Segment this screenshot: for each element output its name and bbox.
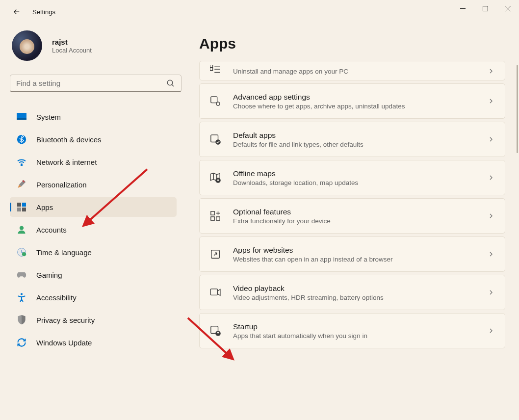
sidebar-item-accessibility[interactable]: Accessibility (10, 288, 177, 307)
avatar (12, 30, 42, 61)
scrollbar[interactable] (517, 65, 518, 153)
sidebar: rajst Local Account System Bluetooth & d… (10, 30, 182, 355)
sidebar-item-personalization[interactable]: Personalization (10, 175, 177, 194)
window-title: Settings (32, 8, 55, 16)
card-startup[interactable]: Startup Apps that start automatically wh… (199, 313, 505, 348)
svg-point-14 (21, 293, 23, 295)
chevron-right-icon (487, 97, 495, 105)
profile-block[interactable]: rajst Local Account (12, 30, 182, 61)
power-up-icon (209, 325, 221, 337)
search-box[interactable] (10, 75, 182, 92)
accessibility-icon (17, 292, 26, 302)
nav-label: Accessibility (36, 293, 77, 302)
svg-rect-3 (17, 118, 26, 120)
card-desc: Video adjustments, HDR streaming, batter… (233, 294, 487, 301)
map-download-icon (209, 172, 221, 184)
nav-label: Bluetooth & devices (36, 135, 102, 144)
search-input[interactable] (16, 79, 166, 87)
svg-point-13 (22, 252, 26, 256)
minimize-button[interactable] (451, 0, 474, 17)
card-desc: Apps that start automatically when you s… (233, 332, 487, 340)
nav-label: Time & language (36, 248, 92, 257)
chevron-right-icon (487, 135, 495, 143)
gamepad-icon (17, 270, 26, 280)
svg-rect-7 (17, 203, 21, 207)
card-apps-for-websites[interactable]: Apps for websites Websites that can open… (199, 236, 505, 272)
close-icon (505, 6, 511, 11)
close-button[interactable] (496, 0, 519, 17)
sidebar-item-windows-update[interactable]: Windows Update (10, 333, 177, 352)
link-out-icon (209, 248, 221, 260)
search-icon (166, 79, 175, 88)
card-desc: Choose where to get apps, archive apps, … (233, 103, 487, 110)
card-title: Advanced app settings (233, 93, 487, 102)
chevron-right-icon (487, 289, 495, 296)
card-offline-maps[interactable]: Offline maps Downloads, storage location… (199, 160, 505, 195)
chevron-right-icon (487, 67, 495, 75)
card-desc: Defaults for file and link types, other … (233, 141, 487, 148)
svg-point-1 (167, 80, 173, 85)
nav-label: System (36, 113, 61, 121)
video-icon (209, 287, 221, 298)
svg-rect-10 (22, 208, 26, 211)
svg-point-5 (21, 164, 22, 165)
sidebar-item-privacy[interactable]: Privacy & security (10, 310, 177, 330)
card-desc: Uninstall and manage apps on your PC (233, 68, 487, 75)
nav-label: Network & internet (36, 158, 97, 166)
nav-label: Privacy & security (36, 316, 95, 324)
sidebar-item-network[interactable]: Network & internet (10, 152, 177, 172)
svg-rect-26 (210, 289, 217, 295)
page-title: Apps (199, 35, 505, 52)
card-installed-apps[interactable]: Uninstall and manage apps on your PC (199, 61, 505, 80)
nav-list: System Bluetooth & devices Network & int… (10, 107, 182, 352)
svg-rect-22 (211, 211, 214, 215)
svg-point-11 (20, 226, 24, 230)
svg-point-18 (216, 102, 220, 105)
maximize-icon (483, 6, 488, 11)
svg-rect-9 (17, 208, 21, 211)
nav-label: Accounts (36, 226, 67, 234)
sidebar-item-apps[interactable]: Apps (10, 197, 177, 217)
nav-label: Gaming (36, 271, 62, 279)
svg-rect-8 (22, 203, 26, 207)
svg-rect-0 (483, 6, 488, 11)
settings-cards: Uninstall and manage apps on your PC Adv… (199, 61, 505, 348)
card-title: Apps for websites (233, 246, 487, 255)
card-title: Startup (233, 322, 487, 331)
card-video-playback[interactable]: Video playback Video adjustments, HDR st… (199, 275, 505, 310)
svg-rect-16 (210, 68, 212, 70)
list-icon (209, 63, 221, 75)
sidebar-item-gaming[interactable]: Gaming (10, 265, 177, 285)
sidebar-item-accounts[interactable]: Accounts (10, 220, 177, 239)
person-icon (17, 225, 26, 235)
card-desc: Websites that can open in an app instead… (233, 256, 487, 263)
chevron-right-icon (487, 327, 495, 335)
minimize-icon (460, 6, 466, 11)
maximize-button[interactable] (474, 0, 496, 17)
arrow-left-icon (12, 7, 21, 16)
profile-type: Local Account (52, 47, 92, 54)
monitor-icon (17, 112, 26, 122)
refresh-icon (17, 338, 26, 347)
svg-rect-23 (211, 217, 214, 220)
chevron-right-icon (487, 250, 495, 258)
sidebar-item-bluetooth[interactable]: Bluetooth & devices (10, 130, 177, 149)
chevron-right-icon (487, 174, 495, 182)
nav-label: Apps (36, 203, 53, 211)
chevron-right-icon (487, 212, 495, 220)
card-advanced-app-settings[interactable]: Advanced app settings Choose where to ge… (199, 83, 505, 119)
card-optional-features[interactable]: Optional features Extra functionality fo… (199, 198, 505, 234)
svg-rect-15 (210, 65, 212, 67)
app-gear-icon (209, 95, 221, 107)
nav-label: Personalization (36, 181, 87, 189)
sidebar-item-time-language[interactable]: Time & language (10, 242, 177, 262)
paintbrush-icon (17, 180, 26, 189)
window-controls (451, 0, 519, 24)
back-button[interactable] (10, 5, 24, 19)
card-title: Offline maps (233, 169, 487, 178)
card-default-apps[interactable]: Default apps Defaults for file and link … (199, 122, 505, 157)
apps-grid-icon (17, 202, 26, 212)
sidebar-item-system[interactable]: System (10, 107, 177, 127)
card-title: Video playback (233, 284, 487, 293)
bluetooth-icon (17, 134, 26, 144)
